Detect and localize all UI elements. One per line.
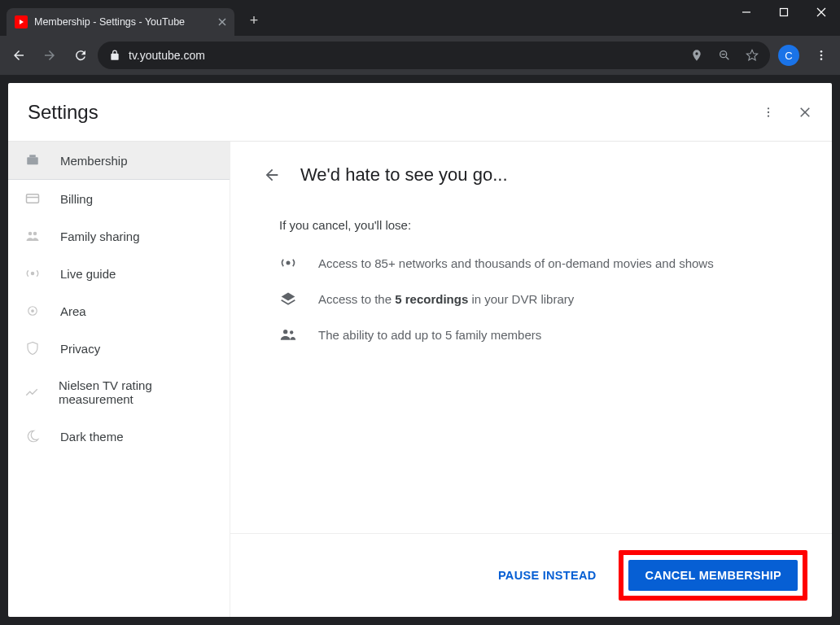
svg-point-26: [287, 261, 291, 265]
svg-point-12: [768, 107, 769, 109]
svg-point-25: [31, 309, 34, 312]
new-tab-button[interactable]: +: [243, 9, 265, 32]
svg-point-21: [28, 232, 33, 236]
sidebar-item-label: Area: [60, 304, 86, 318]
group-icon: [24, 229, 41, 243]
youtube-favicon: [15, 15, 28, 28]
svg-point-9: [820, 50, 823, 53]
zoom-icon[interactable]: [718, 49, 731, 62]
sidebar-item-label: Privacy: [60, 342, 100, 356]
sidebar-item-nielsen[interactable]: Nielsen TV rating measurement: [8, 367, 230, 417]
settings-sidebar: Membership Billing Family sharing Live g…: [8, 142, 230, 617]
browser-toolbar: tv.youtube.com C: [0, 36, 840, 75]
back-arrow-icon[interactable]: [263, 166, 281, 184]
tutorial-highlight: CANCEL MEMBERSHIP: [619, 550, 807, 601]
close-tab-icon[interactable]: [218, 18, 226, 26]
close-window-button[interactable]: [803, 0, 840, 24]
sidebar-item-billing[interactable]: Billing: [8, 180, 230, 217]
reload-button[interactable]: [67, 42, 94, 69]
tab-strip: Membership - Settings - YouTube +: [0, 0, 840, 36]
loss-networks-text: Access to 85+ networks and thousands of …: [318, 256, 714, 270]
sidebar-item-family-sharing[interactable]: Family sharing: [8, 217, 230, 255]
sidebar-item-live-guide[interactable]: Live guide: [8, 255, 230, 292]
loss-family: The ability to add up to 5 family member…: [279, 326, 799, 343]
svg-point-14: [768, 115, 769, 116]
location-icon[interactable]: [690, 49, 703, 62]
sidebar-item-label: Dark theme: [60, 430, 124, 444]
membership-icon: [24, 153, 41, 168]
svg-rect-17: [27, 157, 38, 164]
sidebar-item-privacy[interactable]: Privacy: [8, 330, 230, 367]
loss-networks: Access to 85+ networks and thousands of …: [279, 255, 799, 271]
svg-point-22: [33, 232, 37, 236]
back-button[interactable]: [5, 42, 33, 69]
loss-dvr-text: Access to the 5 recordings in your DVR l…: [318, 292, 574, 306]
chrome-menu-button[interactable]: [807, 42, 835, 69]
loss-dvr: Access to the 5 recordings in your DVR l…: [279, 291, 799, 307]
shield-icon: [24, 341, 41, 356]
bookmark-icon[interactable]: [746, 49, 759, 62]
sidebar-item-label: Nielsen TV rating measurement: [59, 378, 213, 406]
svg-point-27: [283, 330, 287, 334]
pause-instead-button[interactable]: PAUSE INSTEAD: [493, 561, 601, 590]
svg-point-10: [820, 55, 823, 57]
sidebar-item-label: Membership: [60, 154, 128, 168]
action-footer: PAUSE INSTEAD CANCEL MEMBERSHIP: [230, 533, 832, 617]
svg-point-11: [820, 58, 823, 60]
content-main: We'd hate to see you go... If you cancel…: [230, 142, 832, 533]
broadcast-icon: [279, 255, 297, 271]
layers-icon: [279, 291, 297, 307]
target-icon: [24, 304, 41, 318]
chart-icon: [24, 385, 39, 400]
minimize-button[interactable]: [728, 0, 765, 24]
lock-icon: [109, 50, 120, 61]
cancel-heading: We'd hate to see you go...: [300, 164, 508, 186]
sidebar-item-dark-theme[interactable]: Dark theme: [8, 417, 230, 455]
svg-point-28: [290, 330, 293, 334]
sidebar-item-membership[interactable]: Membership: [8, 142, 230, 180]
svg-point-13: [768, 111, 769, 112]
sidebar-item-label: Live guide: [60, 267, 116, 281]
svg-point-23: [31, 272, 35, 276]
people-icon: [279, 326, 297, 343]
svg-rect-1: [781, 9, 788, 16]
header-menu-icon[interactable]: [762, 106, 775, 119]
cancel-membership-button[interactable]: CANCEL MEMBERSHIP: [628, 560, 798, 591]
loss-family-text: The ability to add up to 5 family member…: [318, 328, 541, 342]
sidebar-item-area[interactable]: Area: [8, 292, 230, 330]
settings-header: Settings: [8, 83, 832, 142]
tab-title: Membership - Settings - YouTube: [34, 16, 212, 28]
sidebar-item-label: Family sharing: [60, 229, 140, 243]
window-controls: [728, 0, 840, 24]
profile-avatar[interactable]: C: [778, 45, 799, 66]
forward-button[interactable]: [36, 42, 63, 69]
svg-line-7: [726, 57, 728, 59]
sidebar-item-label: Billing: [60, 192, 93, 206]
page-title: Settings: [28, 101, 98, 124]
card-icon: [24, 191, 41, 206]
address-bar[interactable]: tv.youtube.com: [98, 42, 770, 69]
cancel-subheading: If you cancel, you'll lose:: [279, 218, 799, 232]
svg-rect-18: [29, 155, 36, 157]
maximize-button[interactable]: [765, 0, 803, 24]
url-text: tv.youtube.com: [129, 49, 205, 62]
browser-tab[interactable]: Membership - Settings - YouTube: [7, 8, 234, 36]
close-settings-icon[interactable]: [798, 105, 812, 120]
live-icon: [24, 266, 41, 281]
moon-icon: [24, 429, 41, 444]
svg-rect-19: [27, 194, 39, 203]
